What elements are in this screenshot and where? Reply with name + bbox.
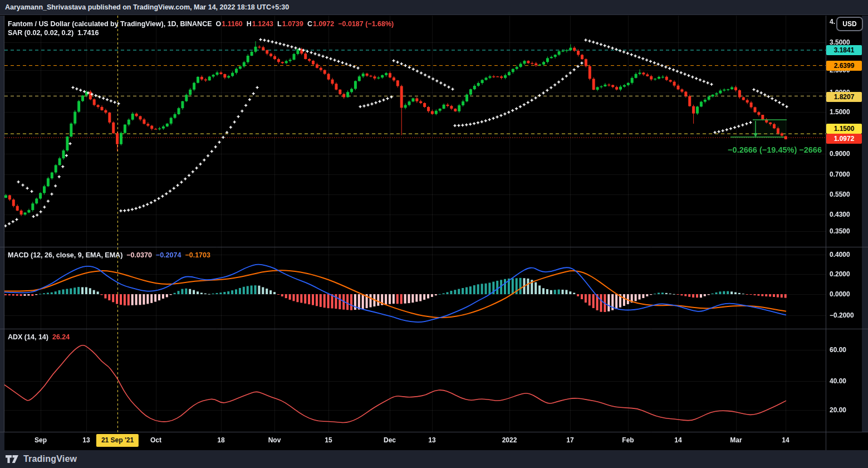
currency-toggle-button[interactable]: USD bbox=[836, 17, 863, 31]
open-label: O bbox=[216, 20, 222, 28]
time-tick-label: Dec bbox=[384, 436, 396, 444]
price-level-badge: 1.0972 bbox=[826, 134, 862, 144]
time-tick-label: 14 bbox=[782, 436, 789, 444]
sar-label: SAR (0.02, 0.02, 0.2) bbox=[8, 29, 73, 37]
price-axis-label: 40.00 bbox=[830, 377, 846, 385]
time-tick-label: 13 bbox=[428, 436, 435, 444]
adx-value: 26.24 bbox=[52, 333, 70, 341]
chart-canvas[interactable] bbox=[0, 0, 868, 468]
time-tick-label: Mar bbox=[730, 436, 742, 444]
change-value: −0.0187 (−1.68%) bbox=[338, 20, 394, 28]
price-axis-label: 0.2000 bbox=[830, 270, 850, 278]
time-tick-label: 17 bbox=[566, 436, 573, 444]
sar-value: 1.7416 bbox=[77, 29, 99, 37]
price-axis-label: 60.00 bbox=[830, 346, 846, 354]
macd-label: MACD (12, 26, close, 9, EMA, EMA) bbox=[8, 251, 122, 259]
price-axis-label: 0.7000 bbox=[830, 170, 850, 178]
high-value: 1.1243 bbox=[252, 20, 273, 28]
price-axis-label: 4. bbox=[830, 18, 835, 26]
price-axis-label: 0.9000 bbox=[830, 150, 850, 158]
price-level-badge: 1.1500 bbox=[826, 124, 862, 134]
high-label: H bbox=[247, 20, 252, 28]
brand-wordmark[interactable]: TradingView bbox=[23, 454, 77, 464]
tradingview-logo-icon[interactable] bbox=[6, 455, 18, 464]
measure-label: −0.2666 (−19.45%) −2666 bbox=[728, 145, 822, 154]
footer-bar: TradingView bbox=[0, 450, 868, 468]
publish-attribution: Aaryamann_Shrivastava published on Tradi… bbox=[5, 3, 289, 11]
time-tick-label: Feb bbox=[622, 436, 634, 444]
price-level-badge: 2.6399 bbox=[826, 61, 862, 71]
macd-hist-value: −0.0370 bbox=[126, 251, 152, 259]
publish-bar: Aaryamann_Shrivastava published on Tradi… bbox=[0, 0, 868, 15]
sar-legend[interactable]: SAR (0.02, 0.02, 0.2) 1.7416 bbox=[8, 29, 99, 37]
time-tick-label: Sep bbox=[35, 436, 47, 444]
time-tick-label: Nov bbox=[268, 436, 281, 444]
time-tick-label: 18 bbox=[217, 436, 224, 444]
macd-signal-value: −0.1703 bbox=[185, 251, 210, 259]
macd-line-value: −0.2074 bbox=[156, 251, 182, 259]
tradingview-published-chart: Aaryamann_Shrivastava published on Tradi… bbox=[0, 0, 868, 468]
price-level-badge: 1.8207 bbox=[826, 92, 862, 102]
price-level-badge: 3.1841 bbox=[826, 45, 862, 55]
symbol-title: Fantom / US Dollar (calculated by Tradin… bbox=[8, 20, 212, 28]
time-tick-label: Oct bbox=[150, 436, 161, 444]
price-axis-label: 0.3500 bbox=[830, 227, 850, 235]
low-label: L bbox=[277, 20, 282, 28]
price-axis-label: 0.5500 bbox=[830, 191, 850, 198]
adx-label: ADX (14, 14) bbox=[8, 333, 48, 341]
price-axis-label: 20.00 bbox=[830, 406, 846, 414]
time-tick-label: 2022 bbox=[502, 436, 517, 444]
symbol-legend[interactable]: Fantom / US Dollar (calculated by Tradin… bbox=[8, 20, 394, 28]
price-axis-label: 0.4000 bbox=[830, 251, 850, 259]
low-value: 1.0739 bbox=[282, 20, 303, 28]
close-label: C bbox=[307, 20, 312, 28]
price-axis-label: 0.4300 bbox=[830, 211, 850, 218]
macd-legend[interactable]: MACD (12, 26, close, 9, EMA, EMA) −0.037… bbox=[8, 251, 210, 259]
price-axis-label: 1.5000 bbox=[830, 108, 850, 116]
close-value: 1.0972 bbox=[313, 20, 334, 28]
time-tick-label: 14 bbox=[674, 436, 681, 444]
price-axis-label: 0.0000 bbox=[830, 290, 850, 298]
event-date-tag: 21 Sep '21 bbox=[96, 434, 139, 447]
open-value: 1.1160 bbox=[222, 20, 243, 28]
price-axis-label: −0.2000 bbox=[830, 311, 854, 319]
time-tick-label: 13 bbox=[82, 436, 90, 444]
time-tick-label: 15 bbox=[325, 436, 332, 444]
adx-legend[interactable]: ADX (14, 14) 26.24 bbox=[8, 333, 70, 341]
